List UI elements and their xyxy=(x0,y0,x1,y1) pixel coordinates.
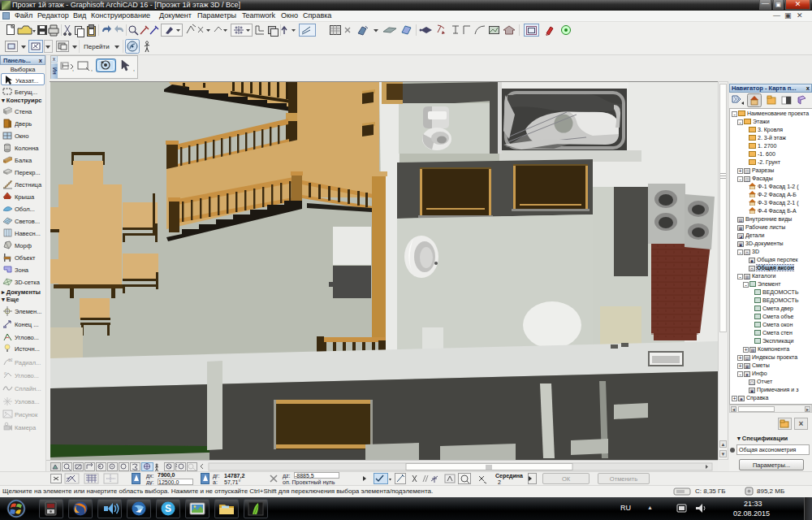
svg-text:12: 12 xyxy=(8,358,13,362)
svg-text:α: α xyxy=(4,370,6,375)
svg-text:,: , xyxy=(133,66,135,72)
svg-text:Перейти: Перейти xyxy=(84,43,110,50)
svg-text:,: , xyxy=(72,66,74,72)
svg-text:,: , xyxy=(91,66,93,72)
svg-text:S: S xyxy=(165,503,171,514)
